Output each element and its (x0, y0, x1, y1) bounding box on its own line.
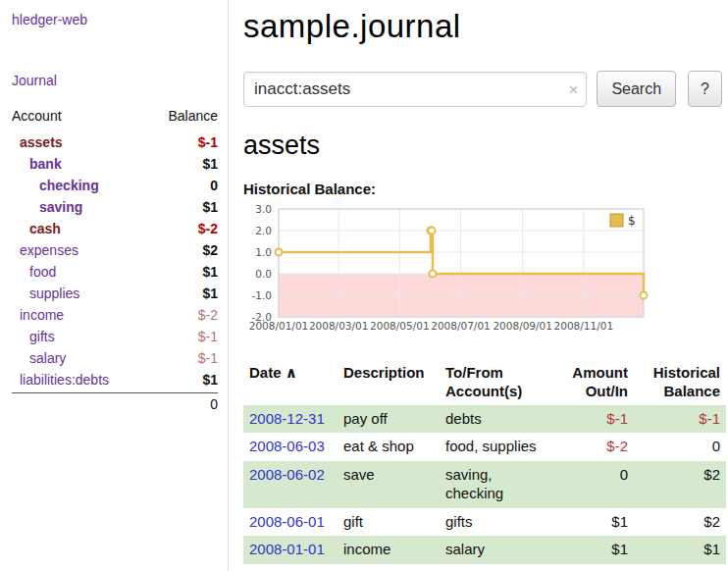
main-content: sample.journal × Search ? assets Histori… (230, 0, 728, 571)
svg-text:$: $ (628, 214, 636, 228)
search-button[interactable]: Search (597, 71, 676, 107)
accounts-header-balance: Balance (168, 108, 218, 124)
table-row: 2008-01-01 income salary $1 $1 (243, 536, 726, 564)
account-balance: $-2 (198, 307, 218, 323)
transaction-amount: $-1 (553, 405, 634, 434)
account-row: assets $-1 (12, 131, 218, 153)
account-row: saving $1 (12, 196, 218, 218)
balance-chart: 3.02.01.00.0-1.0-2.02008/01/012008/03/01… (243, 203, 651, 348)
svg-text:2008/03/01: 2008/03/01 (309, 320, 369, 332)
svg-text:2008/01/01: 2008/01/01 (249, 320, 309, 332)
account-row: liabilities:debts $1 (12, 369, 218, 390)
account-link[interactable]: supplies (12, 286, 79, 301)
account-link[interactable]: food (12, 264, 56, 280)
account-balance: $-1 (198, 350, 218, 366)
account-link[interactable]: salary (12, 350, 66, 366)
account-row: checking 0 (12, 175, 218, 196)
transaction-accounts: gifts (440, 508, 553, 537)
transaction-amount: 0 (553, 461, 634, 508)
svg-text:2008/09/01: 2008/09/01 (493, 320, 552, 332)
transaction-accounts: debts (440, 405, 553, 434)
transaction-accounts: salary (440, 536, 553, 564)
svg-text:1.0: 1.0 (255, 246, 272, 258)
svg-text:2008/11/01: 2008/11/01 (554, 320, 614, 332)
account-balance: $1 (202, 264, 218, 280)
help-button[interactable]: ? (688, 71, 722, 107)
svg-text:2008/07/01: 2008/07/01 (431, 320, 491, 332)
transaction-amount: $1 (553, 536, 634, 564)
table-row: 2008-06-01 gift gifts $1 $2 (243, 508, 726, 537)
account-balance: $1 (202, 286, 218, 301)
accounts-header: Account Balance (12, 106, 218, 131)
account-balance: $-1 (198, 329, 218, 344)
account-link[interactable]: bank (12, 156, 62, 172)
account-row: food $1 (12, 261, 218, 283)
transaction-accounts: food, supplies (440, 433, 553, 461)
transaction-date-link[interactable]: 2008-12-31 (249, 410, 325, 427)
col-header-accounts: To/From Account(s) (440, 360, 553, 405)
svg-text:-1.0: -1.0 (252, 289, 273, 301)
app-title-link[interactable]: hledger-web (12, 12, 218, 27)
page-title: sample.journal (243, 8, 722, 45)
transaction-date-link[interactable]: 2008-06-03 (249, 438, 325, 454)
accounts-header-account: Account (12, 108, 62, 124)
col-header-balance: Historical Balance (634, 360, 726, 405)
col-header-description: Description (338, 360, 440, 405)
register-table: Date ∧ Description To/From Account(s) Am… (243, 360, 726, 564)
account-link[interactable]: assets (12, 134, 63, 150)
transaction-date-link[interactable]: 2008-01-01 (249, 541, 325, 557)
transaction-date-link[interactable]: 2008-06-01 (249, 513, 325, 530)
transaction-balance: $2 (634, 508, 726, 537)
account-link[interactable]: income (12, 307, 64, 323)
search-input[interactable] (243, 72, 587, 107)
col-header-amount: Amount Out/In (553, 360, 634, 405)
account-balance: $2 (202, 242, 218, 258)
transaction-balance: $-1 (634, 405, 726, 434)
account-balance: $1 (202, 199, 218, 215)
account-row: expenses $2 (12, 239, 218, 261)
svg-text:2.0: 2.0 (255, 225, 272, 236)
table-row: 2008-06-03 eat & shop food, supplies $-2… (243, 433, 726, 461)
account-link[interactable]: checking (12, 178, 99, 193)
svg-text:0.0: 0.0 (255, 268, 272, 280)
chart-title: Historical Balance: (243, 181, 722, 197)
transaction-description: pay off (338, 405, 440, 434)
transaction-amount: $1 (553, 508, 634, 537)
account-row: supplies $1 (12, 283, 218, 304)
transaction-description: save (338, 461, 440, 508)
accounts-total-value: 0 (210, 396, 218, 412)
search-bar: × Search ? (243, 71, 722, 107)
table-row: 2008-06-02 save saving, checking 0 $2 (243, 461, 726, 508)
transaction-description: income (338, 536, 440, 564)
svg-text:2008/05/01: 2008/05/01 (370, 320, 430, 332)
account-link[interactable]: cash (12, 221, 61, 236)
register-header-row: Date ∧ Description To/From Account(s) Am… (243, 360, 726, 405)
svg-text:3.0: 3.0 (255, 203, 272, 215)
account-link[interactable]: expenses (12, 242, 78, 258)
account-heading: assets (243, 130, 722, 161)
transaction-accounts: saving, checking (440, 461, 553, 508)
account-list: assets $-1 bank $1 checking 0 saving $1 … (12, 131, 218, 390)
account-link[interactable]: saving (12, 199, 82, 215)
sidebar: hledger-web Journal Account Balance asse… (0, 0, 229, 571)
account-balance: 0 (210, 178, 218, 193)
account-balance: $1 (202, 372, 218, 388)
transaction-balance: 0 (634, 433, 726, 461)
account-balance: $1 (202, 156, 218, 172)
transaction-balance: $1 (634, 536, 726, 564)
account-row: bank $1 (12, 153, 218, 175)
transaction-description: eat & shop (338, 433, 440, 461)
col-header-date-label: Date (249, 364, 282, 381)
accounts-total-row: 0 (12, 392, 218, 415)
account-link[interactable]: gifts (12, 329, 55, 344)
register-body: 2008-12-31 pay off debts $-1 $-1 2008-06… (243, 405, 726, 565)
transaction-amount: $-2 (553, 433, 634, 461)
clear-search-icon[interactable]: × (568, 80, 578, 97)
transaction-date-link[interactable]: 2008-06-02 (249, 466, 325, 483)
nav-journal-link[interactable]: Journal (12, 73, 218, 88)
account-link[interactable]: liabilities:debts (12, 372, 109, 388)
account-balance: $-1 (198, 134, 218, 150)
transaction-description: gift (338, 508, 440, 537)
account-balance: $-2 (198, 221, 218, 236)
col-header-date[interactable]: Date ∧ (243, 360, 338, 405)
